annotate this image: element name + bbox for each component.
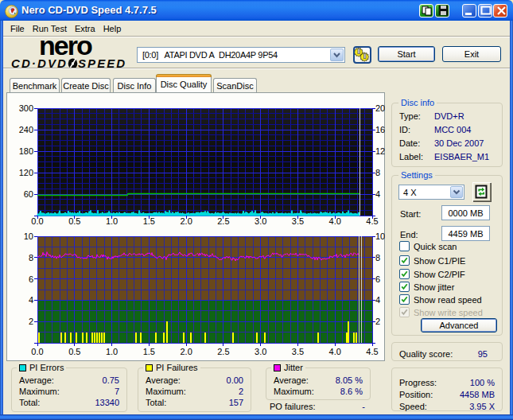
svg-text:10: 10 (24, 231, 33, 241)
svg-text:12: 12 (375, 146, 385, 156)
svg-text:8: 8 (375, 168, 380, 177)
svg-text:240: 240 (19, 125, 33, 134)
svg-text:0.0: 0.0 (31, 347, 43, 356)
svg-text:2: 2 (29, 317, 33, 326)
svg-text:4: 4 (375, 295, 380, 305)
svg-text:3.5: 3.5 (292, 347, 304, 356)
svg-text:180: 180 (19, 146, 33, 156)
svg-text:0.5: 0.5 (68, 347, 80, 356)
svg-text:1.0: 1.0 (106, 347, 118, 356)
svg-text:8: 8 (375, 253, 380, 262)
svg-text:2.5: 2.5 (217, 347, 229, 356)
svg-text:4.0: 4.0 (329, 347, 341, 356)
svg-text:6: 6 (375, 274, 380, 284)
svg-text:20: 20 (375, 103, 385, 113)
svg-text:2.0: 2.0 (180, 347, 192, 356)
svg-text:3.0: 3.0 (255, 347, 266, 356)
svg-text:8: 8 (29, 253, 33, 262)
svg-text:16: 16 (375, 125, 385, 134)
svg-text:120: 120 (19, 168, 33, 177)
svg-text:1.5: 1.5 (143, 347, 155, 356)
svg-text:2: 2 (375, 317, 380, 326)
svg-text:10: 10 (375, 231, 385, 241)
svg-text:4.5: 4.5 (366, 347, 378, 356)
svg-text:300: 300 (19, 103, 33, 113)
svg-text:6: 6 (29, 274, 33, 284)
svg-text:60: 60 (24, 189, 33, 199)
svg-text:4: 4 (375, 189, 380, 199)
svg-text:4: 4 (29, 295, 33, 305)
